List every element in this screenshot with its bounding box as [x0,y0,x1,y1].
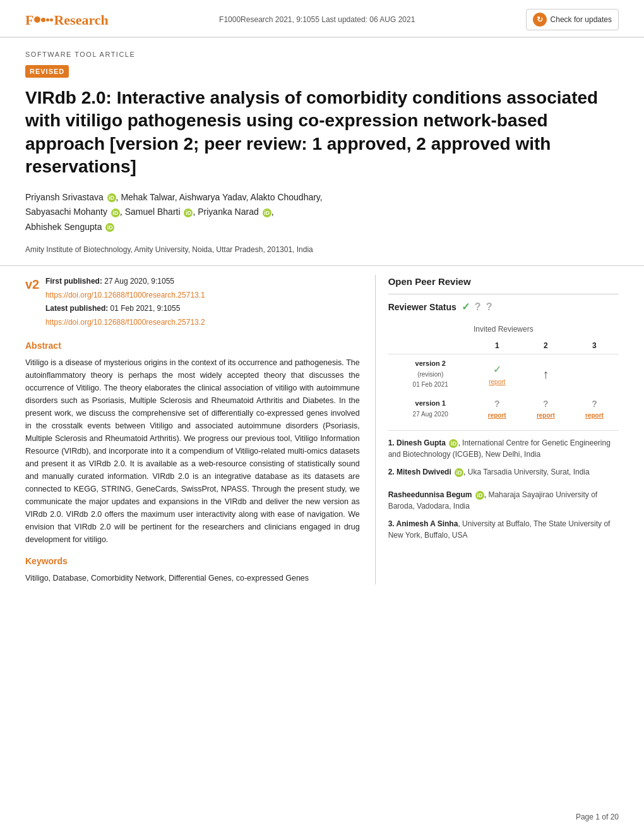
author-priyansh: Priyansh Srivastava [25,192,104,202]
logo-f-letter: F [25,9,33,30]
reviewer-1-name: 1. Dinesh Gupta [388,438,446,447]
v2-reviewer2-empty: ↑ [522,354,570,394]
reviewer-separator-1 [388,430,619,431]
v1-reviewer3-q: ? report [570,394,619,424]
invited-reviewers-label: Invited Reviewers [388,323,619,335]
revised-badge: REVISED [25,65,69,78]
latest-published-label: Latest published: [45,304,108,313]
v2-reviewer3-empty [570,354,619,394]
orcid-icon-3: iD [184,208,193,217]
v2-reviewer1-check: ✓ report [473,354,522,394]
first-published-label: First published: [45,277,102,286]
v1-reviewer2-q: ? report [522,394,570,424]
reviewer-2b-name: Rasheedunnisa Begum [388,490,472,499]
main-title: VIRdb 2.0: Interactive analysis of comor… [25,87,619,179]
orcid-icon-5: iD [105,223,114,232]
header: F Research F1000Research 2021, 9:1055 La… [0,0,644,38]
abstract-text: Vitiligo is a disease of mysterious orig… [25,356,360,546]
question-mark-1-icon: ? [475,299,481,315]
footer: Page 1 of 20 [576,811,619,823]
circle-4 [50,18,53,21]
question-mark-2-icon: ? [486,299,492,315]
author-sabyasachi: Sabyasachi Mohanty [25,207,107,217]
orcid-icon-4: iD [263,208,271,217]
circle-1 [34,16,40,23]
latest-published-doi[interactable]: https://doi.org/10.12688/f1000research.2… [45,318,205,327]
left-column: v2 First published: 27 Aug 2020, 9:1055 … [25,275,360,584]
table-row-version2: version 2 (revision)01 Feb 2021 ✓ report… [388,354,619,394]
v1-reviewer1-q: ? report [473,394,522,424]
reviewer-2-name: 2. Mitesh Dwivedi [388,468,451,476]
check-updates-icon: ↻ [533,13,547,27]
article-type: SOFTWARE TOOL ARTICLE [25,49,619,60]
reviewer-col-2: 2 [522,337,570,354]
reviewer-3-entry: 3. Animesh A Sinha, University at Buffal… [388,518,619,541]
orcid-icon-1: iD [107,193,116,202]
latest-published-date: 01 Feb 2021, 9:1055 [110,304,181,313]
version-box: v2 First published: 27 Aug 2020, 9:1055 … [25,275,360,329]
orcid-icon-2: iD [111,208,120,217]
v1-reviewer3-report[interactable]: report [573,411,616,420]
check-for-updates-button[interactable]: ↻ Check for updates [526,9,619,30]
logo-research-text: Research [54,9,108,30]
reviewer-col-3: 3 [570,337,619,354]
abstract-title: Abstract [25,339,360,353]
author-abhishek: Abhishek Sengupta [25,222,102,232]
reviewer-status-row: Reviewer Status ✓ ? ? [388,299,619,315]
opr-title: Open Peer Review [388,275,619,295]
right-column: Open Peer Review Reviewer Status ✓ ? ? I… [375,275,619,584]
reviewer-3-name: 3. Animesh A Sinha [388,519,458,528]
reviewers-table: 1 2 3 version 2 (revision)01 Feb 2021 ✓ … [388,337,619,424]
check-updates-label: Check for updates [551,14,612,25]
reviewer-2-org: Uka Tarsadia University, Surat, India [468,468,590,476]
v1-reviewer2-report[interactable]: report [524,411,568,420]
main-title-text: VIRdb 2.0: Interactive analysis of comor… [25,88,598,176]
reviewer-2b-orcid: iD [475,491,484,500]
circle-2 [41,18,45,22]
circle-3 [46,18,49,21]
table-row-version1: version 1 27 Aug 2020 ? report ? report [388,394,619,424]
author-priyanka: Priyanka Narad [198,207,259,217]
first-published-date: 27 Aug 2020, 9:1055 [104,277,174,286]
v1-reviewer1-report[interactable]: report [475,411,519,420]
reviewer-1-orcid: iD [449,439,458,448]
reviewer-2-orcid: iD [455,468,463,477]
authors-section: Priyansh Srivastava iD, Mehak Talwar, Ai… [0,190,644,235]
page: F Research F1000Research 2021, 9:1055 La… [0,0,644,834]
check-mark-icon: ✓ [462,299,470,315]
content-area: v2 First published: 27 Aug 2020, 9:1055 … [0,265,644,584]
version2-label: version 2 (revision)01 Feb 2021 [388,354,473,394]
version-details: First published: 27 Aug 2020, 9:1055 htt… [45,275,205,329]
reviewer-2-entry: 2. Mitesh Dwivedi iD, Uka Tarsadia Unive… [388,466,619,512]
first-published-doi[interactable]: https://doi.org/10.12688/f1000research.2… [45,291,205,299]
logo: F Research [25,9,109,30]
affiliation: Amity Institute of Biotechnology, Amity … [0,240,644,265]
keywords-title: Keywords [25,555,360,568]
version-v2-label: v2 [25,275,39,294]
title-area: REVISED VIRdb 2.0: Interactive analysis … [0,65,644,179]
header-meta: F1000Research 2021, 9:1055 Last updated:… [219,14,415,25]
reviewer-1-entry: 1. Dinesh Gupta iD, International Centre… [388,437,619,460]
version1-label: version 1 27 Aug 2020 [388,394,473,424]
keywords-text: Vitiligo, Database, Comorbidity Network,… [25,572,360,584]
logo-circles [34,16,53,23]
v2-reviewer1-report[interactable]: report [475,377,519,387]
author-samuel: Samuel Bharti [125,207,181,217]
reviewer-col-empty [388,337,473,354]
reviewer-status-label: Reviewer Status [388,301,456,314]
page-number: Page 1 of 20 [576,813,619,821]
reviewer-col-1: 1 [473,337,522,354]
